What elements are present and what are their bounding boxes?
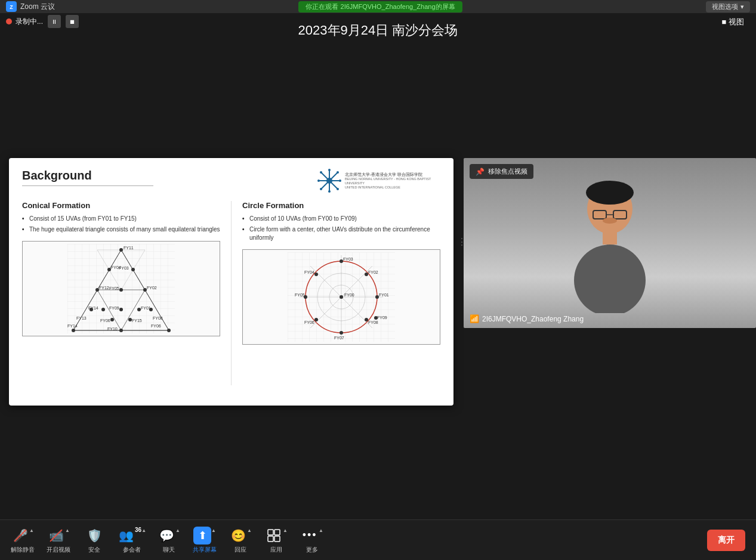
svg-text:FY03: FY03: [119, 266, 129, 270]
recording-dot: [6, 18, 12, 24]
svg-point-31: [119, 288, 123, 292]
chat-button[interactable]: 💬 ▲ 聊天: [151, 523, 187, 558]
leave-button[interactable]: 离开: [707, 530, 745, 551]
recording-pause-button[interactable]: ⏸: [48, 15, 61, 28]
video-chevron[interactable]: ▲: [65, 528, 70, 533]
person-figure: [550, 176, 669, 313]
more-chevron[interactable]: ▲: [319, 528, 323, 533]
more-button[interactable]: ••• ▲ 更多: [294, 523, 330, 558]
svg-text:FY02: FY02: [147, 286, 157, 290]
svg-text:FY09: FY09: [377, 315, 387, 320]
top-bar: Z Zoom 云议 你正在观看 2I6JMFQVHO_Zhaofeng_Zhan…: [0, 0, 756, 13]
app-name-label: Zoom 云议: [20, 2, 55, 12]
svg-text:Z: Z: [10, 4, 13, 10]
svg-point-47: [149, 308, 153, 311]
conical-formation-title: Conical Formation: [22, 201, 220, 210]
mute-label: 解除静音: [11, 546, 35, 554]
video-toggle-button[interactable]: 📹 ▲ 开启视频: [41, 523, 76, 558]
share-screen-button[interactable]: ⬆ ▲ 共享屏幕: [187, 523, 223, 558]
svg-text:FY09: FY09: [109, 306, 119, 310]
svg-point-75: [340, 331, 343, 335]
video-label: 开启视频: [47, 546, 70, 554]
circle-bullet-1: •Consist of 10 UVAs (from FY00 to FY09): [242, 215, 440, 223]
recording-indicator: 录制中...: [6, 17, 43, 27]
conical-bullets: •Consist of 15 UVAs (from FY01 to FY15) …: [22, 215, 220, 234]
svg-rect-90: [274, 530, 280, 535]
security-icon: 🛡️: [85, 527, 103, 544]
react-button[interactable]: 😊 ▲ 回应: [223, 523, 258, 558]
uic-text-line2: BEIJING NORMAL UNIVERSITY - HONG KONG BA…: [345, 177, 440, 185]
security-label: 安全: [88, 546, 100, 554]
share-icon: ⬆: [193, 527, 211, 544]
svg-text:FY12: FY12: [99, 286, 109, 290]
svg-rect-91: [268, 536, 273, 542]
mute-icon: 🎤: [11, 527, 29, 544]
svg-text:FY08: FY08: [368, 320, 378, 324]
svg-point-61: [340, 295, 343, 299]
more-label: 更多: [306, 546, 318, 554]
view-options-chevron: ▾: [740, 3, 744, 11]
svg-point-82: [586, 181, 634, 205]
react-chevron[interactable]: ▲: [247, 528, 252, 533]
svg-text:FY06: FY06: [100, 318, 110, 323]
view-options-button[interactable]: 视图选项 ▾: [706, 1, 750, 13]
svg-point-49: [110, 318, 114, 321]
more-icon: •••: [301, 527, 319, 544]
svg-rect-92: [274, 536, 280, 542]
svg-point-13: [320, 188, 322, 190]
svg-point-45: [90, 308, 93, 311]
circle-svg: FY00 FY01 FY02 FY03 FY04 FY05: [288, 252, 395, 342]
bottom-toolbar: 🎤 ▲ 解除静音 📹 ▲ 开启视频 🛡️ 安全: [0, 519, 756, 560]
mute-button[interactable]: 🎤 ▲ 解除静音: [5, 523, 41, 558]
video-panel: 📌 移除焦点视频 📶 2I6JMFQVHO_Zhaofeng Zhang: [464, 158, 756, 328]
participants-chevron[interactable]: ▲: [141, 528, 146, 533]
svg-point-35: [119, 308, 123, 311]
uic-text-line3: UNITED INTERNATIONAL COLLEGE: [345, 185, 440, 190]
video-background: [464, 158, 756, 328]
participants-icon: 👥: [117, 527, 135, 544]
mute-chevron[interactable]: ▲: [29, 528, 34, 533]
svg-text:FY15: FY15: [132, 318, 142, 323]
meeting-title: 2023年9月24日 南沙分会场: [0, 17, 756, 44]
uic-text-line1: 北京师范大学-香港浸会大学 联合国际学院: [345, 172, 440, 177]
svg-point-86: [574, 245, 646, 313]
svg-point-43: [119, 329, 123, 332]
slide-title: Background: [22, 169, 153, 186]
react-label: 回应: [234, 546, 246, 554]
security-button[interactable]: 🛡️ 安全: [76, 523, 112, 558]
svg-text:FY00: FY00: [344, 293, 354, 297]
apps-label: 应用: [270, 546, 282, 554]
svg-text:FY05: FY05: [295, 293, 305, 297]
participants-button[interactable]: 👥 36 ▲ 参会者: [112, 523, 151, 558]
video-icon: 📹: [47, 527, 65, 544]
focus-badge-text: 移除焦点视频: [488, 167, 527, 176]
svg-text:FY06: FY06: [304, 320, 314, 324]
panel-divider[interactable]: ⋮: [459, 158, 464, 325]
slide-panel: Background 北京师范大学-香港浸会大学 联合国际学院 BE: [9, 158, 453, 406]
svg-point-12: [337, 171, 339, 174]
svg-point-7: [328, 190, 331, 193]
share-label: 共享屏幕: [193, 546, 217, 554]
svg-text:FY03: FY03: [343, 257, 353, 261]
screen-share-notice: 你正在观看 2I6JMFQVHO_Zhaofeng_Zhang的屏幕: [298, 1, 462, 13]
conical-bullet-1: •Consist of 15 UVAs (from FY01 to FY15): [22, 215, 220, 223]
svg-point-8: [317, 180, 320, 182]
svg-point-39: [72, 329, 75, 332]
svg-point-88: [603, 218, 617, 224]
svg-text:FY06: FY06: [151, 324, 161, 328]
apps-button[interactable]: ▲ 应用: [258, 523, 294, 558]
svg-text:FY04: FY04: [304, 270, 314, 274]
focus-badge[interactable]: 📌 移除焦点视频: [470, 164, 533, 179]
svg-text:FY05: FY05: [109, 286, 119, 290]
circle-formation-title: Circle Formation: [242, 201, 440, 210]
svg-point-33: [101, 308, 105, 311]
svg-text:FY01: FY01: [379, 293, 389, 297]
recording-stop-button[interactable]: ⏹: [66, 15, 79, 28]
share-chevron[interactable]: ▲: [211, 528, 216, 533]
apps-chevron[interactable]: ▲: [283, 528, 288, 533]
svg-rect-89: [268, 530, 273, 535]
svg-point-41: [167, 329, 171, 332]
svg-point-10: [320, 171, 322, 174]
svg-text:FY11: FY11: [124, 246, 134, 250]
chat-chevron[interactable]: ▲: [175, 528, 180, 533]
